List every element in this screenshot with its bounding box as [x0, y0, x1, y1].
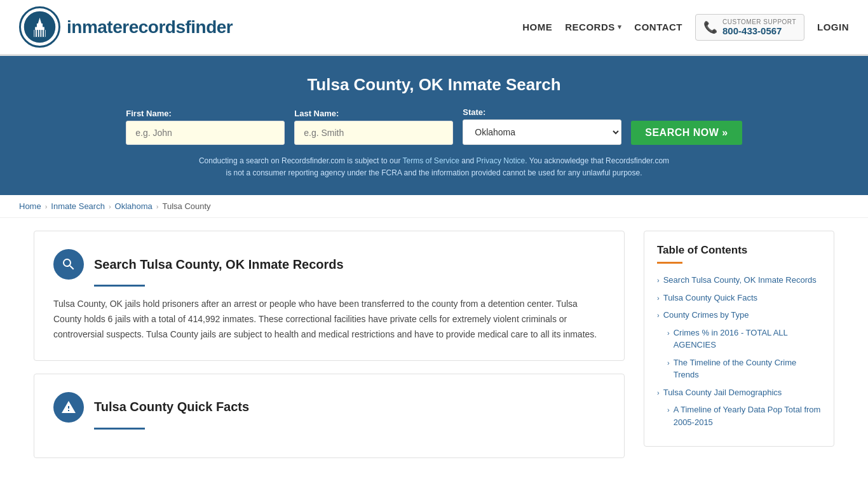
breadcrumb-sep-2: ›: [109, 203, 111, 210]
breadcrumb-sep-3: ›: [156, 203, 159, 210]
quickfacts-card: Tulsa County Quick Facts: [34, 374, 625, 458]
search-card-header: Search Tulsa County, OK Inmate Records: [53, 249, 605, 280]
chevron-right-icon-7: ›: [667, 405, 670, 416]
toc-card: Table of Contents › Search Tulsa County,…: [644, 231, 834, 447]
state-label: State:: [463, 107, 485, 117]
quickfacts-card-title: Tulsa County Quick Facts: [94, 400, 249, 414]
breadcrumb-tulsa-county: Tulsa County: [163, 201, 211, 211]
chevron-right-icon: ›: [657, 275, 660, 286]
hero-title: Tulsa County, OK Inmate Search: [13, 75, 855, 95]
breadcrumb-home[interactable]: Home: [19, 201, 41, 211]
toc-item-7: › A Timeline of Yearly Data Pop Total fr…: [667, 403, 821, 428]
state-select[interactable]: Oklahoma Alabama Alaska Arizona Arkansas…: [463, 119, 621, 145]
warning-icon: [61, 400, 76, 415]
state-group: State: Oklahoma Alabama Alaska Arizona A…: [463, 107, 621, 145]
logo-text: inmaterecordsfinder: [67, 17, 233, 37]
search-icon: [61, 257, 76, 272]
nav-home[interactable]: HOME: [522, 22, 552, 32]
search-card: Search Tulsa County, OK Inmate Records T…: [34, 231, 625, 360]
toc-link-1[interactable]: › Search Tulsa County, OK Inmate Records: [657, 274, 821, 287]
svg-rect-7: [39, 30, 41, 37]
toc-item-1: › Search Tulsa County, OK Inmate Records: [657, 274, 821, 287]
privacy-link[interactable]: Privacy Notice: [477, 156, 526, 165]
logo-icon: [19, 6, 60, 48]
search-form: First Name: Last Name: State: Oklahoma A…: [13, 107, 855, 145]
site-header: inmaterecordsfinder HOME RECORDS ▾ CONTA…: [0, 0, 868, 56]
hero-section: Tulsa County, OK Inmate Search First Nam…: [0, 56, 868, 195]
svg-rect-6: [37, 30, 38, 37]
search-card-body: Tulsa County, OK jails hold prisoners af…: [53, 297, 605, 342]
chevron-right-icon-3: ›: [657, 310, 660, 321]
first-name-input[interactable]: [126, 121, 285, 145]
first-name-group: First Name:: [126, 109, 285, 145]
last-name-input[interactable]: [294, 121, 453, 145]
svg-rect-8: [41, 30, 43, 37]
hero-disclaimer: Conducting a search on Recordsfinder.com…: [196, 155, 672, 179]
toc-underline: [657, 262, 682, 264]
chevron-right-icon-5: ›: [667, 358, 670, 369]
toc-link-6[interactable]: › Tulsa County Jail Demographics: [657, 386, 821, 399]
customer-support-box[interactable]: 📞 CUSTOMER SUPPORT 800-433-0567: [695, 14, 804, 41]
search-card-title: Search Tulsa County, OK Inmate Records: [94, 257, 344, 272]
toc-item-3: › County Crimes by Type: [657, 309, 821, 322]
toc-list: › Search Tulsa County, OK Inmate Records…: [657, 274, 821, 428]
nav-contact[interactable]: CONTACT: [634, 22, 682, 32]
chevron-down-icon: ▾: [618, 23, 622, 31]
quickfacts-card-header: Tulsa County Quick Facts: [53, 392, 605, 423]
first-name-label: First Name:: [126, 109, 172, 118]
chevron-right-icon-6: ›: [657, 388, 660, 398]
breadcrumb-oklahoma[interactable]: Oklahoma: [115, 201, 153, 211]
svg-rect-9: [44, 30, 45, 37]
search-card-underline: [94, 285, 145, 287]
toc-link-3[interactable]: › County Crimes by Type: [657, 309, 821, 322]
breadcrumb-sep-1: ›: [45, 203, 48, 210]
toc-item-6: › Tulsa County Jail Demographics: [657, 386, 821, 399]
nav-login[interactable]: LOGIN: [817, 22, 849, 32]
search-card-icon: [53, 249, 84, 280]
nav-records[interactable]: RECORDS ▾: [565, 22, 621, 32]
toc-link-5[interactable]: › The Timeline of the County Crime Trend…: [667, 356, 821, 381]
toc-title: Table of Contents: [657, 244, 821, 257]
toc-link-2[interactable]: › Tulsa County Quick Facts: [657, 292, 821, 304]
quickfacts-card-underline: [94, 428, 145, 430]
svg-rect-5: [34, 30, 36, 37]
chevron-right-icon-2: ›: [657, 293, 660, 304]
toc-link-4[interactable]: › Crimes % in 2016 - TOTAL ALL AGENCIES: [667, 327, 821, 351]
last-name-group: Last Name:: [294, 109, 453, 145]
search-button[interactable]: SEARCH NOW »: [631, 121, 742, 145]
last-name-label: Last Name:: [294, 109, 339, 118]
breadcrumb: Home › Inmate Search › Oklahoma › Tulsa …: [0, 195, 868, 218]
quickfacts-card-icon: [53, 392, 84, 423]
toc-item-5: › The Timeline of the County Crime Trend…: [667, 356, 821, 381]
terms-link[interactable]: Terms of Service: [403, 156, 459, 165]
sidebar: Table of Contents › Search Tulsa County,…: [644, 231, 834, 470]
content-area: Search Tulsa County, OK Inmate Records T…: [34, 231, 644, 470]
svg-rect-3: [37, 24, 43, 27]
main-content: Search Tulsa County, OK Inmate Records T…: [15, 218, 853, 483]
logo-area: inmaterecordsfinder: [19, 6, 233, 48]
phone-icon: 📞: [703, 20, 717, 34]
customer-support-text: CUSTOMER SUPPORT 800-433-0567: [722, 18, 796, 36]
toc-item-2: › Tulsa County Quick Facts: [657, 292, 821, 304]
breadcrumb-inmate-search[interactable]: Inmate Search: [51, 201, 105, 211]
toc-link-7[interactable]: › A Timeline of Yearly Data Pop Total fr…: [667, 403, 821, 428]
chevron-right-icon-4: ›: [667, 328, 670, 339]
main-nav: HOME RECORDS ▾ CONTACT 📞 CUSTOMER SUPPOR…: [522, 14, 849, 41]
toc-item-4: › Crimes % in 2016 - TOTAL ALL AGENCIES: [667, 327, 821, 351]
